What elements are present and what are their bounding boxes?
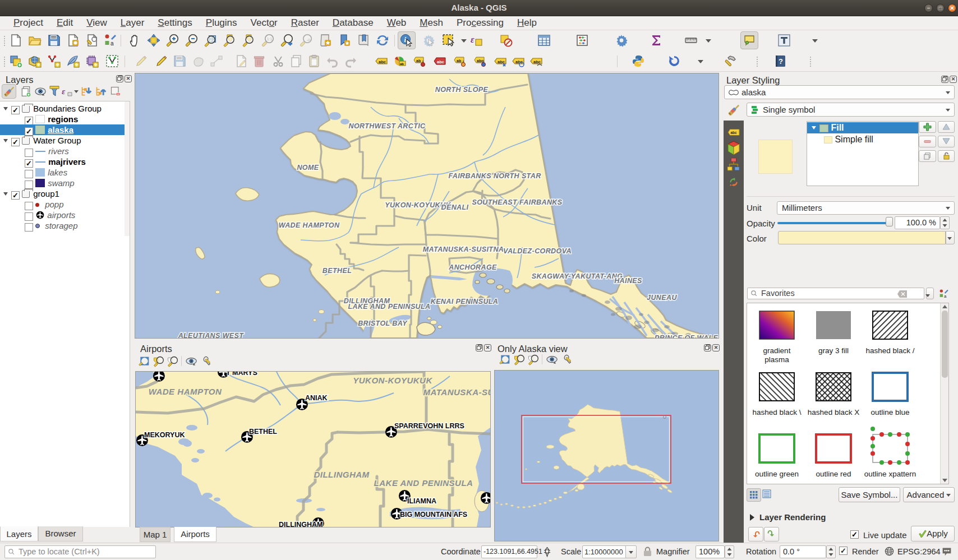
- svg-text:KENAI PENINSULA: KENAI PENINSULA: [431, 298, 499, 306]
- svg-text:ab: ab: [416, 59, 421, 63]
- svg-text:plasma: plasma: [764, 355, 789, 364]
- svg-text:MEKORYUK: MEKORYUK: [144, 431, 185, 439]
- svg-text:ILIAMNA: ILIAMNA: [407, 497, 436, 505]
- svg-text:gradient: gradient: [763, 346, 791, 355]
- svg-text:VALDEZ-CORDOVA: VALDEZ-CORDOVA: [503, 247, 572, 255]
- svg-text:outline green: outline green: [755, 470, 799, 478]
- svg-text:LAKE AND PENINSULA: LAKE AND PENINSULA: [374, 478, 473, 488]
- svg-text:NORTHWEST ARCTIC: NORTHWEST ARCTIC: [349, 122, 426, 130]
- svg-text:hashed black /: hashed black /: [865, 346, 914, 355]
- svg-text:1:1: 1:1: [267, 37, 272, 41]
- svg-text:abc: abc: [731, 131, 737, 135]
- svg-text:FAIRBANKS NORTH STAR: FAIRBANKS NORTH STAR: [448, 172, 541, 180]
- svg-text:hashed black X: hashed black X: [808, 408, 859, 416]
- svg-text:ALEUTIANS WEST: ALEUTIANS WEST: [178, 332, 245, 338]
- svg-text:BIG MOUNTAIN AFS: BIG MOUNTAIN AFS: [400, 511, 467, 519]
- svg-text:ε: ε: [62, 87, 66, 96]
- svg-text:JUNEAU: JUNEAU: [647, 294, 677, 302]
- svg-text:gray 3 fill: gray 3 fill: [818, 346, 849, 355]
- svg-text:ANCHORAGE: ANCHORAGE: [448, 263, 497, 271]
- svg-text:outline xpattern: outline xpattern: [864, 470, 916, 478]
- svg-text:outline red: outline red: [816, 470, 851, 478]
- svg-text:DENALI: DENALI: [441, 203, 469, 211]
- svg-text:PRINCE OF WALES: PRINCE OF WALES: [655, 334, 718, 338]
- svg-text:HAINES: HAINES: [614, 277, 642, 285]
- svg-text:T MARYS: T MARYS: [226, 372, 257, 377]
- svg-text:SOUTHEAST FAIRBANKS: SOUTHEAST FAIRBANKS: [472, 198, 562, 206]
- svg-text:WADE HAMPTON: WADE HAMPTON: [149, 387, 222, 396]
- svg-text:WADE HAMPTON: WADE HAMPTON: [279, 221, 340, 229]
- svg-text:ab: ab: [457, 59, 461, 63]
- svg-text:ab: ab: [400, 62, 404, 66]
- svg-text:abc: abc: [477, 59, 483, 63]
- svg-text:ANIAK: ANIAK: [305, 394, 328, 402]
- svg-text:BETHEL: BETHEL: [323, 267, 352, 275]
- svg-text:a: a: [944, 294, 947, 299]
- svg-text:BETHEL: BETHEL: [249, 428, 277, 436]
- svg-text:MATANUSKA-SUS: MATANUSKA-SUS: [423, 387, 490, 397]
- svg-text:i: i: [404, 35, 407, 44]
- svg-text:hashed black \: hashed black \: [752, 408, 801, 416]
- svg-text:NOME: NOME: [297, 164, 319, 172]
- svg-text:a: a: [110, 40, 114, 47]
- svg-text:DILLINGHAM: DILLINGHAM: [279, 521, 323, 527]
- svg-text:DILLINGHAM: DILLINGHAM: [314, 470, 369, 479]
- svg-text:abc: abc: [437, 59, 444, 64]
- svg-text:NORTH SLOPE: NORTH SLOPE: [435, 86, 489, 94]
- svg-text:BRISTOL BAY: BRISTOL BAY: [358, 320, 408, 327]
- svg-text:SKAGWAY-YAKUTAT-ANG: SKAGWAY-YAKUTAT-ANG: [532, 272, 623, 280]
- svg-text:LAKE AND PENINSULA: LAKE AND PENINSULA: [348, 303, 430, 311]
- svg-text:SPARREVOHN LRRS: SPARREVOHN LRRS: [394, 422, 464, 430]
- svg-text:YUKON-KOYUKUK: YUKON-KOYUKUK: [353, 376, 432, 385]
- svg-text:ε: ε: [471, 35, 475, 44]
- svg-text:outline blue: outline blue: [871, 408, 909, 416]
- svg-text:MATANUSKA-SUSITNA: MATANUSKA-SUSITNA: [423, 246, 504, 253]
